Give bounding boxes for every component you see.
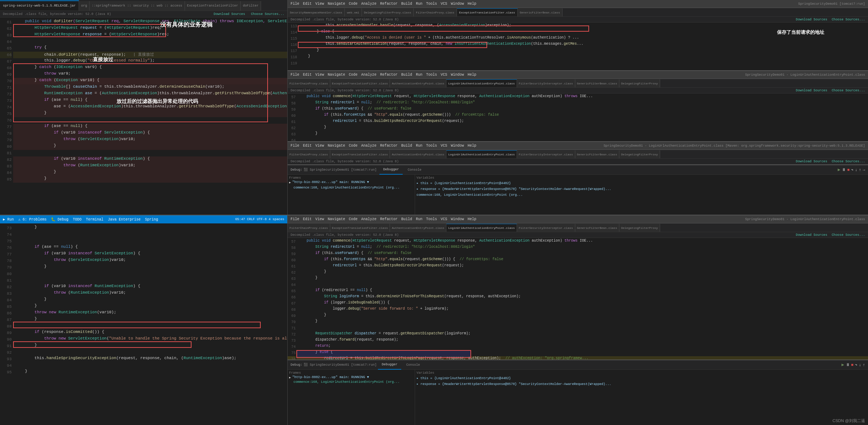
- br-debug-tab-console[interactable]: Console: [403, 360, 424, 370]
- rb-menu-vcs[interactable]: VCS: [441, 144, 447, 148]
- rm-choose-btn[interactable]: Choose Sources...: [832, 89, 865, 92]
- br-menu-navigate[interactable]: Navigate: [328, 217, 345, 221]
- left-tab-org[interactable]: org: [79, 1, 90, 11]
- rb-menu-file[interactable]: File: [291, 144, 299, 148]
- menu-view[interactable]: View: [315, 2, 324, 6]
- download-sources-btn[interactable]: Download Sources: [214, 12, 245, 16]
- var-item-response[interactable]: ▸ response = {HeaderWriterHttpServletRes…: [417, 186, 867, 192]
- br-menu-tools[interactable]: Tools: [426, 217, 437, 221]
- left-tab-security[interactable]: ::springframework :: security :: web :: …: [90, 1, 185, 11]
- br-debug-stepinto-icon[interactable]: ↓: [859, 363, 861, 367]
- frames-thread[interactable]: "http-bio-8082-ex...up" main: RUNNING ▼: [292, 180, 369, 184]
- br-tab-generic[interactable]: GenericFilterBean.class: [575, 224, 619, 232]
- rt-tab-generic[interactable]: GenericFilterBean.class: [518, 8, 563, 16]
- rm-menu-run[interactable]: Run: [416, 73, 422, 77]
- rb-menu-help[interactable]: Help: [467, 144, 476, 148]
- left-tab-main[interactable]: spring-security-web-5.1.5.RELEASE.jar: [0, 0, 79, 11]
- status-javaenterprise[interactable]: Java Enterprise: [108, 218, 141, 222]
- menu-navigate[interactable]: Navigate: [328, 2, 345, 6]
- rm-tab-filterchain[interactable]: FilterChainProxy.class: [288, 79, 330, 87]
- rb-choose-btn[interactable]: Choose Sources...: [832, 160, 865, 163]
- br-debug-tab-debugger[interactable]: Debugger: [378, 360, 401, 370]
- rm-menu-edit[interactable]: Edit: [303, 73, 312, 77]
- br-menu-run[interactable]: Run: [416, 217, 422, 221]
- status-problems[interactable]: ⚠ 6: Problems: [18, 217, 47, 222]
- rb-tab-delegating[interactable]: DelegatingFilterProxy: [619, 150, 660, 158]
- rb-tab-authentry[interactable]: AuthenticationEntryPoint.class: [390, 150, 446, 158]
- rm-menu-navigate[interactable]: Navigate: [328, 73, 345, 77]
- menu-analyze[interactable]: Analyze: [361, 2, 376, 6]
- status-terminal[interactable]: Terminal: [86, 218, 103, 222]
- rb-menu-build[interactable]: Build: [401, 144, 412, 148]
- br-frames-item[interactable]: commence:168, LoginUrlAuthenticationEntr…: [289, 379, 413, 385]
- br-menu-view[interactable]: View: [315, 217, 324, 221]
- status-run[interactable]: ▶ Run: [3, 217, 14, 222]
- choose-sources-btn[interactable]: Choose Sources...: [251, 12, 284, 16]
- rm-tab-generic[interactable]: GenericFilterBean.class: [575, 79, 619, 87]
- br-menu-vcs[interactable]: VCS: [441, 217, 447, 221]
- br-tab-login-active[interactable]: LoginUrlAuthenticationEntryPoint.class: [446, 224, 517, 232]
- br-var-response[interactable]: ▸ response = {HeaderWriterHttpServletRes…: [417, 381, 867, 387]
- rm-tab-filtersec[interactable]: FilterSecurityInterceptor.class: [517, 79, 575, 87]
- br-tab-filterchain[interactable]: FilterChainProxy.class: [288, 224, 330, 232]
- br-download-btn[interactable]: Download Sources: [796, 233, 827, 237]
- rb-menu-view[interactable]: View: [315, 144, 324, 148]
- rb-menu-tools[interactable]: Tools: [426, 144, 437, 148]
- status-debug[interactable]: 🐛 Debug: [51, 217, 68, 222]
- br-tab-authentry[interactable]: AuthenticationEntryPoint.class: [390, 224, 446, 232]
- rb-tab-filtersec[interactable]: FilterSecurityInterceptor.class: [517, 150, 575, 158]
- br-choose-btn[interactable]: Choose Sources...: [832, 233, 865, 237]
- menu-tools[interactable]: Tools: [426, 2, 437, 6]
- rb-menu-code[interactable]: Code: [349, 144, 358, 148]
- rt-tab-exception-active[interactable]: ExceptionTranslationFilter.class: [457, 8, 518, 16]
- rm-menu-refactor[interactable]: Refactor: [380, 73, 398, 77]
- rm-menu-help[interactable]: Help: [467, 73, 476, 77]
- rb-menu-run[interactable]: Run: [416, 144, 422, 148]
- rm-menu-build[interactable]: Build: [401, 73, 412, 77]
- rt-tab-security[interactable]: SecurityNamespaceHandler.class: [288, 8, 345, 16]
- br-var-this[interactable]: ▸ this = {LoginUrlAuthenticationEntryPoi…: [417, 376, 867, 381]
- rb-menu-window[interactable]: Window: [451, 144, 464, 148]
- br-debug-pause-icon[interactable]: ⏸: [846, 362, 850, 367]
- menu-run[interactable]: Run: [416, 2, 422, 6]
- br-menu-help[interactable]: Help: [467, 217, 476, 221]
- debug-tab-debugger[interactable]: Debugger: [379, 165, 402, 175]
- rm-tab-delegating[interactable]: DelegatingFilterProxy: [619, 79, 660, 87]
- frames-item-commence[interactable]: commence:168, LoginUrlAuthenticationEntr…: [289, 185, 413, 191]
- rb-tab-login-active[interactable]: LoginUrlAuthenticationEntryPoint.class: [446, 150, 517, 158]
- br-menu-edit[interactable]: Edit: [303, 217, 312, 221]
- menu-refactor[interactable]: Refactor: [380, 2, 398, 6]
- br-debug-resume-icon[interactable]: ▶: [841, 362, 844, 368]
- left-tab-filter[interactable]: ExceptionTranslationFilter: [185, 1, 241, 11]
- br-menu-analyze[interactable]: Analyze: [361, 217, 376, 221]
- rb-tab-generic[interactable]: GenericFilterBean.class: [575, 150, 619, 158]
- menu-edit[interactable]: Edit: [303, 2, 312, 6]
- rb-download-btn[interactable]: Download Sources: [796, 160, 827, 163]
- left-tab-dofilter[interactable]: doFilter: [241, 1, 261, 11]
- rm-menu-vcs[interactable]: VCS: [441, 73, 447, 77]
- rm-menu-analyze[interactable]: Analyze: [361, 73, 376, 77]
- rb-menu-edit[interactable]: Edit: [303, 144, 312, 148]
- rt-tab-webxml[interactable]: web.xml: [345, 8, 362, 16]
- br-debug-stop-icon[interactable]: ■: [851, 363, 854, 367]
- menu-code[interactable]: Code: [349, 2, 358, 6]
- rb-menu-refactor[interactable]: Refactor: [380, 144, 398, 148]
- debug-stepinto-icon[interactable]: ↓: [855, 168, 857, 172]
- rb-tab-filterchain[interactable]: FilterChainProxy.class: [288, 150, 330, 158]
- rt-tab-filterchain[interactable]: FilterChainProxy.class: [414, 8, 457, 16]
- rb-menu-navigate[interactable]: Navigate: [328, 144, 345, 148]
- rm-tab-authentry[interactable]: AuthenticationEntryPoint.class: [390, 79, 446, 87]
- debug-stepout-icon[interactable]: ↑: [859, 168, 861, 172]
- br-tab-filtersec[interactable]: FilterSecurityInterceptor.class: [517, 224, 575, 232]
- menu-vcs[interactable]: VCS: [441, 2, 447, 6]
- br-menu-code[interactable]: Code: [349, 217, 358, 221]
- rm-menu-code[interactable]: Code: [349, 73, 358, 77]
- br-menu-build[interactable]: Build: [401, 217, 412, 221]
- status-todo[interactable]: TODO: [73, 218, 82, 222]
- br-menu-file[interactable]: File: [291, 217, 299, 221]
- rm-menu-window[interactable]: Window: [451, 73, 464, 77]
- rm-menu-file[interactable]: File: [291, 73, 299, 77]
- menu-help[interactable]: Help: [467, 2, 476, 6]
- rm-menu-view[interactable]: View: [315, 73, 324, 77]
- br-menu-refactor[interactable]: Refactor: [380, 217, 398, 221]
